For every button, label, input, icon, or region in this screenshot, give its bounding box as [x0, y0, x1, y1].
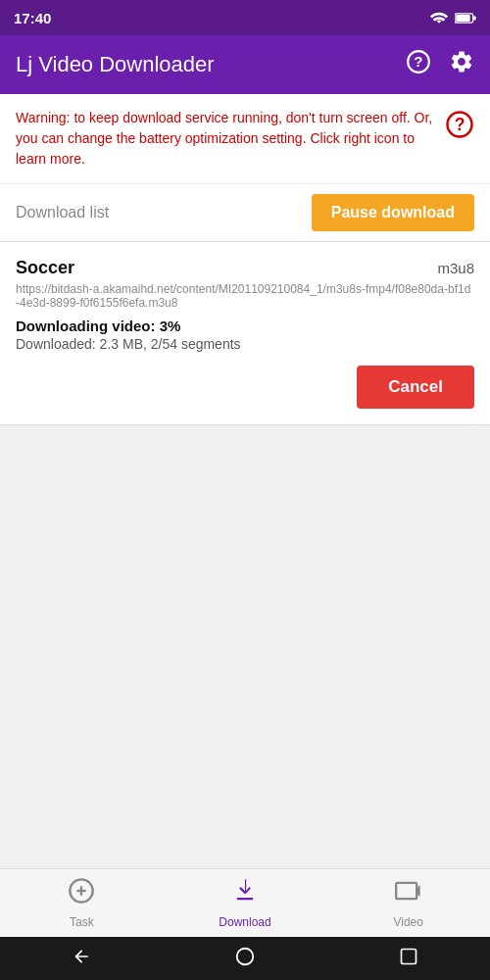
warning-text: Warning: to keep download service runnin…: [16, 108, 435, 170]
task-icon: [68, 877, 95, 911]
cancel-button[interactable]: Cancel: [357, 366, 474, 409]
bottom-nav: Task Download Video: [0, 868, 490, 937]
nav-item-task[interactable]: Task: [0, 869, 164, 937]
download-url: https://bitdash-a.akamaihd.net/content/M…: [16, 282, 474, 310]
status-bar: 17:40: [0, 0, 490, 35]
video-label: Video: [393, 915, 422, 929]
cancel-btn-row: Cancel: [16, 366, 474, 409]
settings-icon[interactable]: [449, 49, 474, 80]
svg-rect-1: [473, 16, 476, 20]
warning-circle-icon[interactable]: ?: [445, 110, 474, 146]
system-nav-bar: [0, 937, 490, 980]
recents-button[interactable]: [399, 947, 418, 971]
download-progress: Downloaded: 2.3 MB, 2/54 segments: [16, 336, 474, 352]
download-format: m3u8: [437, 260, 474, 276]
warning-banner: Warning: to keep download service runnin…: [0, 94, 490, 184]
wifi-icon: [429, 10, 449, 25]
download-icon: [231, 877, 259, 911]
svg-text:?: ?: [414, 53, 422, 70]
back-button[interactable]: [72, 947, 91, 971]
download-label: Download: [219, 915, 270, 929]
download-card: Soccer m3u8 https://bitdash-a.akamaihd.n…: [0, 242, 490, 425]
task-label: Task: [70, 915, 94, 929]
help-icon[interactable]: ?: [406, 49, 431, 80]
svg-rect-2: [456, 15, 469, 22]
app-title: Lj Video Downloader: [16, 52, 215, 77]
header-actions: ?: [406, 49, 474, 80]
nav-item-download[interactable]: Download: [164, 869, 327, 937]
svg-rect-11: [402, 949, 416, 963]
nav-item-video[interactable]: Video: [326, 869, 490, 937]
status-time: 17:40: [14, 10, 51, 26]
download-list-bar: Download list Pause download: [0, 184, 490, 242]
home-button[interactable]: [234, 946, 256, 972]
download-status: Downloading video: 3%: [16, 318, 474, 334]
content-area: [0, 425, 490, 868]
video-icon: [395, 877, 422, 911]
status-icons: [429, 10, 476, 25]
download-card-header: Soccer m3u8: [16, 258, 474, 278]
svg-point-10: [237, 948, 254, 964]
battery-icon: [455, 12, 476, 24]
pause-download-button[interactable]: Pause download: [312, 194, 474, 231]
app-header: Lj Video Downloader ?: [0, 35, 490, 94]
download-name: Soccer: [16, 258, 74, 278]
download-list-label: Download list: [16, 204, 109, 221]
svg-text:?: ?: [455, 115, 466, 134]
